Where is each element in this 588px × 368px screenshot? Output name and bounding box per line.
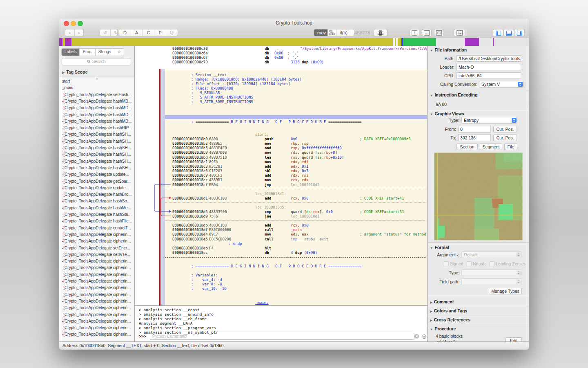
label-row[interactable]: -[Crypto_ToolsAppDelegate cipherin... bbox=[62, 239, 134, 245]
label-row[interactable]: -[Crypto_ToolsAppDelegate hashFile... bbox=[62, 219, 134, 225]
search-input[interactable]: Search bbox=[62, 58, 131, 65]
label-row[interactable]: -[Crypto_ToolsAppDelegate update... bbox=[62, 186, 134, 192]
asm-line[interactable]: 00000001000018b9488B7D08movrdi, qword [s… bbox=[172, 150, 427, 155]
hex-view-button[interactable]: 4B87787A65122A6A68 bbox=[351, 29, 368, 36]
asm-line[interactable]: 00000001000018db4883C108addrcx, 0x8 bbox=[172, 223, 427, 228]
label-row[interactable]: -[Crypto_ToolsAppDelegate cipherin... bbox=[62, 312, 134, 319]
undefine-button[interactable]: U bbox=[166, 29, 178, 36]
label-row[interactable]: -[Crypto_ToolsAppDelegate hashMD... bbox=[62, 112, 134, 119]
label-row[interactable]: -[Crypto_ToolsAppDelegate cipherin... bbox=[62, 285, 134, 292]
label-row[interactable]: -[Crypto_ToolsAppDelegate cipherin... bbox=[62, 232, 134, 239]
ascii-button[interactable]: A bbox=[131, 29, 143, 36]
nav-segment[interactable] bbox=[393, 38, 394, 46]
label-row[interactable]: -[Crypto_ToolsAppDelegate cipherin... bbox=[62, 259, 134, 265]
asm-line[interactable]: ; var_8: -8 bbox=[172, 282, 427, 287]
asm-line[interactable]: 00000001000018cc4889D1movrcx, rdx bbox=[172, 178, 427, 182]
asm-line[interactable]: start: bbox=[172, 132, 427, 137]
label-row[interactable]: -[Crypto_ToolsAppDelegate hashSH... bbox=[62, 159, 134, 166]
nav-segment[interactable] bbox=[493, 38, 494, 46]
asm-line[interactable]: ; File offset : [6320; 189504[ (183184 b… bbox=[172, 82, 427, 86]
assembly-listing[interactable]: 0000000100000c30db"/System/Library/Frame… bbox=[135, 46, 427, 305]
label-row[interactable]: -[Crypto_ToolsAppDelegate setEncr... bbox=[62, 246, 134, 252]
assembly-view-button[interactable]: movadd bbox=[314, 29, 328, 36]
nav-segment[interactable] bbox=[403, 38, 436, 46]
label-row[interactable]: -[Crypto_ToolsAppDelegate cipherin... bbox=[62, 265, 134, 272]
label-row[interactable]: -[Crypto_ToolsAppDelegate hashSo... bbox=[62, 199, 134, 205]
asm-line[interactable]: ; var_10: -16 bbox=[172, 287, 427, 291]
asm-line[interactable]: 0000000100000c70db3136 dup (0x00) bbox=[172, 60, 427, 65]
to-field[interactable]: 302 136 bbox=[458, 135, 491, 141]
nav-segment[interactable] bbox=[465, 38, 479, 46]
navigation-strip[interactable]: ▼ bbox=[59, 38, 529, 46]
label-row[interactable]: -[Crypto_ToolsAppDelegate setHash... bbox=[62, 92, 134, 99]
to-cur-pos-button[interactable]: Cur. Pos. bbox=[493, 135, 517, 141]
asm-line[interactable]: 00000001000018d548833900cmpqword [ds:rcx… bbox=[172, 210, 427, 214]
asm-line[interactable]: ; S_ATTR_SOME_INSTRUCTIONS bbox=[172, 100, 427, 104]
undo-button[interactable]: ↺ bbox=[100, 29, 111, 36]
data-button[interactable]: D bbox=[119, 29, 131, 36]
toggle-bottom-panel-button[interactable] bbox=[503, 29, 514, 36]
label-row[interactable]: -[Crypto_ToolsAppDelegate cipherin... bbox=[62, 305, 134, 312]
field-path-select[interactable] bbox=[461, 278, 522, 285]
procedure-button[interactable]: P bbox=[154, 29, 166, 36]
asm-line[interactable]: 00000001000018ebF4hlt bbox=[172, 246, 427, 251]
section-procedure[interactable]: ▼Procedure bbox=[430, 326, 456, 331]
section-cross-references[interactable]: ▶Cross References bbox=[430, 317, 470, 322]
from-cur-pos-button[interactable]: Cur. Pos. bbox=[493, 126, 517, 132]
preferences-button[interactable] bbox=[454, 29, 465, 36]
argument-format-select[interactable]: Default bbox=[461, 251, 522, 258]
label-row[interactable]: -[Crypto_ToolsAppDelegate hashBro... bbox=[62, 192, 134, 199]
asm-line[interactable]: 00000001000018c6C1E203shledx, 0x3 bbox=[172, 169, 427, 173]
nav-segment[interactable] bbox=[62, 38, 65, 46]
back-button[interactable]: ‹ bbox=[65, 29, 75, 36]
split-columns-button[interactable] bbox=[410, 29, 419, 36]
nav-segment[interactable] bbox=[59, 38, 62, 46]
tab-labels[interactable]: Labels bbox=[62, 49, 80, 56]
graph-type-select[interactable]: Entropy bbox=[461, 117, 517, 123]
asm-line[interactable]: 00000001000018d14883C108addrcx, 0x8; COD… bbox=[172, 196, 427, 201]
path-field[interactable]: /Users/bsr/Desktop/Crypto Tools.a bbox=[457, 55, 521, 62]
asm-line[interactable]: 00000001000018b54883E4F0andrsp, 0xffffff… bbox=[172, 146, 427, 150]
label-row[interactable]: -[Crypto_ToolsAppDelegate hashSH... bbox=[62, 146, 134, 152]
segment-button[interactable]: Segment bbox=[480, 144, 502, 150]
label-row[interactable]: -[Crypto_ToolsAppDelegate update... bbox=[62, 172, 134, 179]
code-button[interactable]: C bbox=[143, 29, 155, 36]
nav-segment[interactable] bbox=[479, 38, 493, 46]
single-view-button[interactable] bbox=[434, 29, 444, 36]
signed-checkbox[interactable] bbox=[444, 261, 449, 266]
label-row[interactable]: -[Crypto_ToolsAppDelegate cipherin... bbox=[62, 332, 134, 339]
asm-line[interactable]: _main: bbox=[172, 301, 427, 305]
asm-line[interactable]: 0000000100000c6edb0x00 ; '.' bbox=[172, 51, 427, 56]
forward-button[interactable]: › bbox=[75, 29, 84, 36]
toggle-right-panel-button[interactable] bbox=[514, 29, 525, 36]
label-row[interactable]: -[Crypto_ToolsAppDelegate hashRIP... bbox=[62, 126, 134, 132]
asm-line[interactable]: 00000001000018bd488D7510learsi, qword [s… bbox=[172, 155, 427, 160]
label-row[interactable]: -[Crypto_ToolsAppDelegate hashSH... bbox=[62, 139, 134, 146]
label-row[interactable]: -[Crypto_ToolsAppDelegate cipherin... bbox=[62, 292, 134, 299]
asm-line[interactable]: 00000001000018e489C7movedi, eax; argumen… bbox=[172, 232, 427, 237]
pseudocode-view-button[interactable]: if(b)f(x): bbox=[336, 29, 351, 36]
label-row[interactable]: -[Crypto_ToolsAppDelegate hashStri... bbox=[62, 212, 134, 219]
label-row[interactable]: start bbox=[62, 79, 134, 85]
file-button[interactable]: File bbox=[504, 144, 517, 150]
label-row[interactable]: -[Crypto_ToolsAppDelegate cipherin... bbox=[62, 299, 134, 305]
asm-line[interactable]: ; S_REGULAR bbox=[172, 91, 427, 95]
loader-field[interactable]: Mach-O bbox=[457, 64, 521, 70]
asm-line[interactable]: 00000001000018c94801F2addrdx, rsi bbox=[172, 173, 427, 178]
cpu-field[interactable]: intel/x86_64 bbox=[457, 72, 521, 79]
tab-procedures[interactable]: Proc. bbox=[80, 49, 95, 56]
ellipsis-view-button[interactable] bbox=[422, 29, 432, 36]
leading-zeroes-checkbox[interactable] bbox=[490, 261, 494, 266]
cpu-button[interactable] bbox=[374, 29, 388, 36]
toggle-left-panel-button[interactable] bbox=[493, 29, 503, 36]
label-row[interactable]: -[Crypto_ToolsAppDelegate controlT... bbox=[62, 226, 134, 232]
section-comment[interactable]: ▶Comment bbox=[430, 299, 454, 304]
nav-segment[interactable] bbox=[436, 38, 465, 46]
section-file-information[interactable]: ▼File Information bbox=[430, 47, 467, 52]
entropy-graphic[interactable] bbox=[434, 153, 523, 240]
label-row[interactable]: -[Crypto_ToolsAppDelegate hashMD... bbox=[62, 105, 134, 112]
asm-line[interactable]: ; Range: [0x1000018b0; 0x10002e440[ (183… bbox=[172, 77, 427, 82]
label-row[interactable]: -[Crypto_ToolsAppDelegate cipherin... bbox=[62, 325, 134, 332]
from-field[interactable]: 0 bbox=[458, 126, 491, 132]
selected-line[interactable] bbox=[165, 115, 427, 119]
